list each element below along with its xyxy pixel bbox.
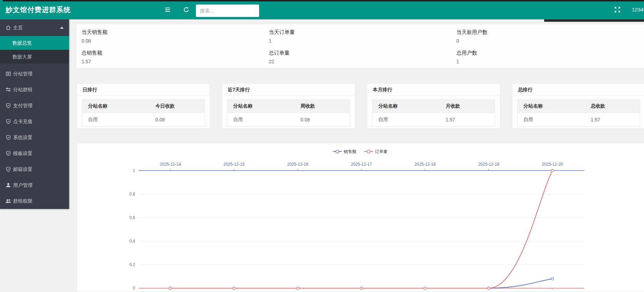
- card-body: 分站名称 周收款 自用 0.08: [222, 96, 355, 130]
- stat-today-sales: 当天销售额 0.08: [82, 29, 247, 44]
- sidebar-item-label: 数据总览: [12, 40, 32, 46]
- stat-value: 0: [456, 38, 622, 44]
- sidebar-item-data-overview[interactable]: 数据总览: [0, 36, 69, 50]
- stat-today-new-users: 当天新用户数 0: [456, 29, 622, 44]
- sidebar-item-substation-manage[interactable]: 分站管理: [0, 66, 69, 82]
- fullscreen-icon[interactable]: [613, 5, 622, 14]
- daily-ranking-card: 日排行 分站名称 今日收款 自用 0.08: [77, 83, 210, 129]
- sidebar-item-label: 群组权限: [13, 198, 32, 204]
- sales-orders-line-chart: 00.20.40.60.812025-12-142025-12-142025-1…: [77, 143, 644, 292]
- refresh-icon[interactable]: [182, 5, 191, 14]
- card-body: 分站名称 月收款 自用 1.57: [367, 96, 500, 130]
- card-title: 总排行: [512, 84, 644, 96]
- ranking-table: 分站名称 今日收款 自用 0.08: [82, 99, 205, 127]
- sidebar-item-label: 数据大屏: [12, 54, 32, 60]
- svg-text:0.2: 0.2: [129, 262, 135, 267]
- monthly-ranking-card: 本月排行 分站名称 月收款 自用 1.57: [367, 83, 500, 129]
- svg-text:2025-12-14: 2025-12-14: [160, 291, 181, 292]
- stat-total-users: 总用户数 1: [456, 50, 622, 64]
- shield-check-icon: [6, 119, 11, 124]
- stat-value: 0.08: [82, 38, 247, 44]
- sidebar-item-card-recharge[interactable]: 点卡充值: [0, 113, 69, 129]
- sidebar-item-user-manage[interactable]: 用户管理: [0, 177, 69, 193]
- col-header-site: 分站名称: [372, 100, 440, 113]
- ranking-table: 分站名称 总收款 自用 1.57: [517, 99, 640, 127]
- admin-dashboard: { "header": { "title": "妙文馆付费进群系统", "sea…: [0, 0, 644, 292]
- shield-check-icon: [6, 103, 11, 108]
- stat-label: 当天新用户数: [456, 29, 622, 35]
- stat-total-orders: 总订单量 22: [269, 50, 435, 64]
- sidebar-item-system-settings[interactable]: 系统设置: [0, 129, 69, 145]
- cell-site-name: 自用: [372, 113, 440, 127]
- sidebar-item-label: 分站群组: [13, 87, 32, 92]
- home-icon: [6, 25, 11, 30]
- sidebar-item-label: 主页: [13, 25, 23, 30]
- sidebar-item-group-permissions[interactable]: 群组权限: [0, 193, 69, 209]
- stat-value: 1.57: [82, 59, 247, 64]
- svg-text:0.8: 0.8: [129, 192, 135, 197]
- sidebar-item-mail-settings[interactable]: 邮箱设置: [0, 161, 69, 177]
- stat-label: 总销售额: [82, 50, 247, 56]
- sidebar-item-label: 分站管理: [13, 71, 32, 76]
- col-header-amount: 总收款: [585, 100, 640, 113]
- svg-text:1: 1: [133, 168, 135, 173]
- sales-orders-chart-card: 00.20.40.60.812025-12-142025-12-142025-1…: [77, 143, 644, 292]
- table-row: 自用 1.57: [518, 113, 640, 127]
- shield-check-icon: [6, 150, 11, 156]
- svg-text:2025-12-14: 2025-12-14: [160, 162, 181, 167]
- ranking-table: 分站名称 周收款 自用 0.08: [227, 99, 350, 127]
- svg-text:2025-12-16: 2025-12-16: [287, 291, 309, 292]
- svg-text:销售额: 销售额: [343, 149, 356, 154]
- sidebar-item-label: 邮箱设置: [13, 166, 32, 172]
- sidebar-item-label: 系统设置: [13, 135, 32, 140]
- top-header: 妙文馆付费进群系统 12345: [0, 0, 644, 19]
- window-edge-artifact-right: [544, 19, 644, 22]
- cell-site-name: 自用: [518, 113, 585, 127]
- cell-site-name: 自用: [82, 113, 150, 127]
- sidebar-item-data-screen[interactable]: 数据大屏: [0, 50, 69, 64]
- cell-site-name: 自用: [227, 113, 295, 127]
- svg-text:2025-12-17: 2025-12-17: [351, 291, 372, 292]
- user-icon: [6, 182, 11, 188]
- stat-label: 当天订单量: [269, 29, 435, 35]
- sidebar-item-substation-groups[interactable]: 分站群组: [0, 82, 69, 98]
- username[interactable]: 12345: [632, 0, 644, 19]
- stat-value: 1: [269, 38, 435, 44]
- cell-amount: 1.57: [440, 113, 495, 127]
- svg-text:2025-12-16: 2025-12-16: [287, 162, 309, 167]
- col-header-amount: 今日收款: [150, 100, 205, 113]
- card-title: 日排行: [77, 84, 210, 96]
- col-header-site: 分站名称: [227, 100, 295, 113]
- sidebar-item-template-settings[interactable]: 模板设置: [0, 145, 69, 161]
- svg-text:2025-12-20: 2025-12-20: [542, 162, 563, 167]
- svg-text:2025-12-15: 2025-12-15: [224, 291, 245, 292]
- cell-amount: 0.08: [150, 113, 205, 127]
- stat-label: 当天销售额: [82, 29, 247, 35]
- stat-value: 22: [269, 59, 435, 64]
- card-title: 近7天排行: [222, 84, 355, 96]
- weekly-ranking-card: 近7天排行 分站名称 周收款 自用 0.08: [222, 83, 355, 129]
- stat-label: 总用户数: [456, 50, 622, 56]
- shield-check-icon: [6, 135, 11, 140]
- search-input[interactable]: [196, 4, 259, 17]
- chevron-up-icon: [60, 27, 64, 29]
- svg-text:订单量: 订单量: [375, 149, 388, 154]
- sidebar-nav: 主页 数据总览 数据大屏 分站管理 分站群组: [0, 19, 69, 209]
- col-header-site: 分站名称: [518, 100, 585, 113]
- collapse-menu-icon[interactable]: [163, 5, 172, 14]
- table-row: 自用 1.57: [372, 113, 495, 127]
- sidebar-item-payment-manage[interactable]: 支付管理: [0, 98, 69, 113]
- columns-icon: [6, 71, 11, 76]
- col-header-amount: 周收款: [295, 100, 350, 113]
- stat-value: 1: [456, 59, 622, 64]
- stat-today-orders: 当天订单量 1: [269, 29, 435, 44]
- table-row: 自用 0.08: [227, 113, 350, 127]
- card-body: 分站名称 总收款 自用 1.57: [512, 96, 644, 130]
- app-title: 妙文馆付费进群系统: [6, 0, 71, 19]
- svg-text:0.4: 0.4: [129, 239, 135, 244]
- svg-text:0.6: 0.6: [129, 215, 135, 220]
- cell-amount: 0.08: [295, 113, 350, 127]
- sidebar-item-home[interactable]: 主页: [0, 19, 69, 36]
- col-header-site: 分站名称: [82, 100, 150, 113]
- stat-label: 总订单量: [269, 50, 435, 56]
